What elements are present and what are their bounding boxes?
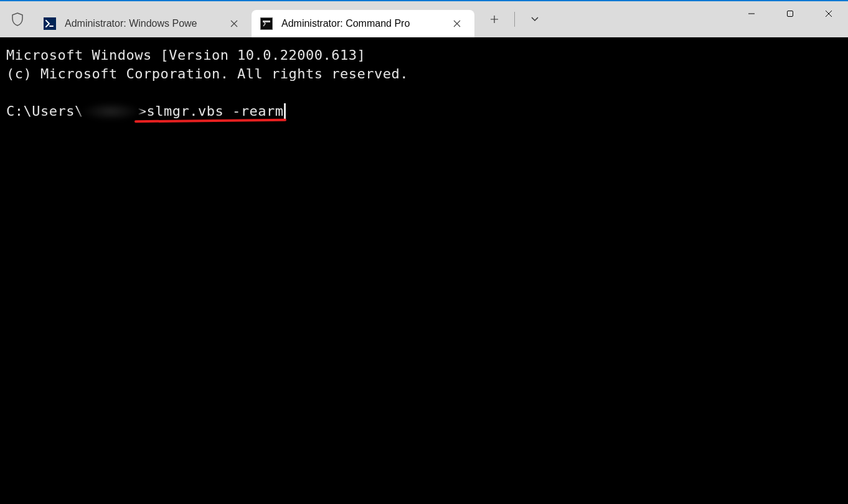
title-bar: Administrator: Windows Powe Administrato… xyxy=(0,1,848,37)
tab-title: Administrator: Command Pro xyxy=(281,18,443,29)
tab-powershell[interactable]: Administrator: Windows Powe xyxy=(35,10,252,37)
new-tab-button[interactable] xyxy=(479,7,509,32)
tab-dropdown-button[interactable] xyxy=(520,7,550,32)
svg-rect-1 xyxy=(788,11,793,17)
close-button[interactable] xyxy=(809,1,848,26)
terminal-line: Microsoft Windows [Version 10.0.22000.61… xyxy=(6,46,842,65)
shield-icon xyxy=(0,1,35,37)
tab-close-button[interactable] xyxy=(448,15,466,32)
terminal-prompt-line: C:\Users\>slmgr.vbs -rearm xyxy=(6,102,842,121)
separator xyxy=(514,12,515,27)
tab-close-button[interactable] xyxy=(225,15,243,32)
minimize-button[interactable] xyxy=(732,1,771,26)
cursor-icon xyxy=(284,103,286,119)
terminal-blank-line xyxy=(6,83,842,102)
powershell-icon xyxy=(44,17,56,30)
tab-title: Administrator: Windows Powe xyxy=(65,18,220,29)
typed-command: slmgr.vbs -rearm xyxy=(146,102,283,121)
redacted-username xyxy=(83,105,138,118)
svg-rect-0 xyxy=(263,21,270,22)
window-controls xyxy=(732,1,848,26)
new-tab-area xyxy=(479,7,550,32)
prompt-prefix: C:\Users\ xyxy=(6,102,83,121)
tab-command-prompt[interactable]: Administrator: Command Pro xyxy=(252,10,474,37)
maximize-button[interactable] xyxy=(771,1,809,26)
terminal-line: (c) Microsoft Corporation. All rights re… xyxy=(6,65,842,83)
terminal-output[interactable]: Microsoft Windows [Version 10.0.22000.61… xyxy=(0,37,848,504)
tab-strip: Administrator: Windows Powe Administrato… xyxy=(35,1,474,37)
cmd-icon xyxy=(260,17,273,30)
